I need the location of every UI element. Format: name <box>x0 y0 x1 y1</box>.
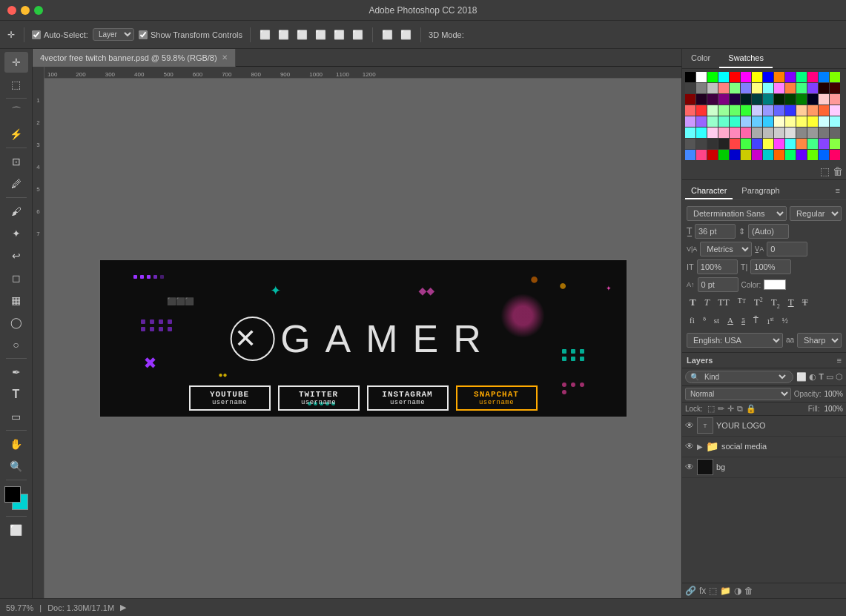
scale-v-field[interactable] <box>750 259 791 274</box>
swatch-item[interactable] <box>741 116 751 127</box>
delete-swatch-icon[interactable]: 🗑 <box>833 165 843 177</box>
swatch-item[interactable] <box>696 150 707 160</box>
layer-expand-icon[interactable]: ▶ <box>697 443 703 451</box>
swatch-item[interactable] <box>707 116 718 127</box>
tracking-field[interactable] <box>767 242 807 256</box>
swatch-item[interactable] <box>685 72 695 82</box>
superscript-btn[interactable]: T2 <box>751 295 766 311</box>
delete-layer-icon[interactable]: 🗑 <box>744 586 753 596</box>
character-tab[interactable]: Character <box>685 183 733 199</box>
swatch-item[interactable] <box>752 94 762 105</box>
swatch-item[interactable] <box>819 72 829 82</box>
foreground-color[interactable] <box>4 486 21 503</box>
aa-method-dropdown[interactable]: Sharp Crisp Strong Smooth <box>797 333 842 348</box>
screen-mode-btn[interactable]: ⬜ <box>4 520 28 540</box>
swatch-item[interactable] <box>819 127 829 138</box>
eyedropper-tool[interactable]: 🖉 <box>4 173 28 194</box>
swatch-item[interactable] <box>685 127 695 138</box>
swatch-item[interactable] <box>796 94 807 105</box>
swatch-item[interactable] <box>819 139 829 149</box>
swatch-item[interactable] <box>807 116 818 127</box>
swatches-tab[interactable]: Swatches <box>719 49 773 68</box>
language-dropdown[interactable]: English: USA <box>687 333 783 348</box>
swatch-item[interactable] <box>819 105 829 116</box>
swatch-item[interactable] <box>707 94 718 105</box>
swatch-item[interactable] <box>796 127 807 138</box>
align-right-icon[interactable]: ⬜ <box>295 28 309 42</box>
minimize-button[interactable] <box>21 6 30 15</box>
subscript-btn[interactable]: T2 <box>768 295 783 311</box>
swatch-item[interactable] <box>796 83 807 93</box>
align-center-h-icon[interactable]: ⬜ <box>277 28 291 42</box>
swatch-item[interactable] <box>785 83 796 93</box>
magic-wand-tool[interactable]: ⚡ <box>4 124 28 145</box>
layer-effects-icon[interactable]: fx <box>699 586 706 596</box>
swatch-item[interactable] <box>774 150 784 160</box>
paragraph-tab[interactable]: Paragraph <box>736 183 785 199</box>
swatch-item[interactable] <box>685 105 695 116</box>
canvas-scroll-area[interactable]: ✦ ◆◆ ● ● ✦ ⬛⬛⬛ ●● ✖ <box>44 79 681 598</box>
swatch-item[interactable] <box>730 83 740 93</box>
auto-select-type-dropdown[interactable]: Layer Group <box>93 28 134 41</box>
lock-all-icon[interactable]: 🔒 <box>746 404 756 414</box>
swatch-item[interactable] <box>763 116 773 127</box>
color-selector[interactable] <box>4 486 28 510</box>
swatch-item[interactable] <box>807 105 818 116</box>
swatch-item[interactable] <box>807 139 818 149</box>
swatch-item[interactable] <box>730 116 740 127</box>
blur-tool[interactable]: ◯ <box>4 312 28 333</box>
swatch-item[interactable] <box>819 150 829 160</box>
type-tool[interactable]: T <box>4 384 28 405</box>
superscript-ord-btn[interactable]: 1st <box>764 314 777 327</box>
font-style-dropdown[interactable]: Regular Bold Italic <box>790 206 842 221</box>
swatch-item[interactable] <box>696 83 707 93</box>
swatch-item[interactable] <box>774 127 784 138</box>
text-filter-icon[interactable]: T <box>819 372 824 382</box>
text-color-swatch[interactable] <box>764 279 786 290</box>
swatch-item[interactable] <box>796 150 807 160</box>
shape-tool[interactable]: ▭ <box>4 406 28 427</box>
swatch-item[interactable] <box>696 116 707 127</box>
swatch-item[interactable] <box>730 150 740 160</box>
swatch-item[interactable] <box>763 105 773 116</box>
selection-tool[interactable]: ⬚ <box>4 74 28 95</box>
underline-btn[interactable]: T <box>785 295 797 311</box>
swatch-item[interactable] <box>685 116 695 127</box>
swatch-item[interactable] <box>718 105 729 116</box>
swatch-item[interactable] <box>696 94 707 105</box>
swatch-item[interactable] <box>807 150 818 160</box>
swatch-item[interactable] <box>830 83 840 93</box>
swatch-item[interactable] <box>741 127 751 138</box>
swatch-item[interactable] <box>763 139 773 149</box>
swatch-item[interactable] <box>696 139 707 149</box>
swatch-item[interactable] <box>819 94 829 105</box>
swatch-item[interactable] <box>707 105 718 116</box>
lock-pixels-icon[interactable]: ✏ <box>718 404 724 414</box>
align-top-icon[interactable]: ⬜ <box>314 28 328 42</box>
distribute-h-icon[interactable]: ⬜ <box>380 28 394 42</box>
blend-mode-dropdown[interactable]: Normal Multiply Screen Overlay <box>685 388 791 400</box>
lock-position-icon[interactable]: ✛ <box>727 404 734 414</box>
swatch-item[interactable] <box>741 105 751 116</box>
align-left-icon[interactable]: ⬜ <box>258 28 272 42</box>
panel-menu-icon[interactable]: ≡ <box>833 183 843 199</box>
eraser-tool[interactable]: ◻ <box>4 268 28 288</box>
italic-btn[interactable]: T <box>701 295 713 311</box>
swatch-item[interactable] <box>830 139 840 149</box>
swatch-item[interactable] <box>774 94 784 105</box>
swatch-item[interactable] <box>785 105 796 116</box>
gradient-tool[interactable]: ▦ <box>4 290 28 311</box>
font-family-dropdown[interactable]: Determination Sans <box>687 206 787 221</box>
layer-visibility-icon[interactable]: 👁 <box>685 441 694 451</box>
swatch-item[interactable] <box>718 150 729 160</box>
swatch-item[interactable] <box>830 127 840 138</box>
add-mask-icon[interactable]: ⬚ <box>709 586 717 596</box>
link-layers-icon[interactable]: 🔗 <box>685 586 696 596</box>
swatch-item[interactable] <box>718 139 729 149</box>
swatch-item[interactable] <box>707 83 718 93</box>
swatch-item[interactable] <box>796 72 807 82</box>
swatch-item[interactable] <box>741 83 751 93</box>
zoom-tool[interactable]: 🔍 <box>4 456 28 477</box>
swatch-item[interactable] <box>807 127 818 138</box>
swatch-item[interactable] <box>807 83 818 93</box>
